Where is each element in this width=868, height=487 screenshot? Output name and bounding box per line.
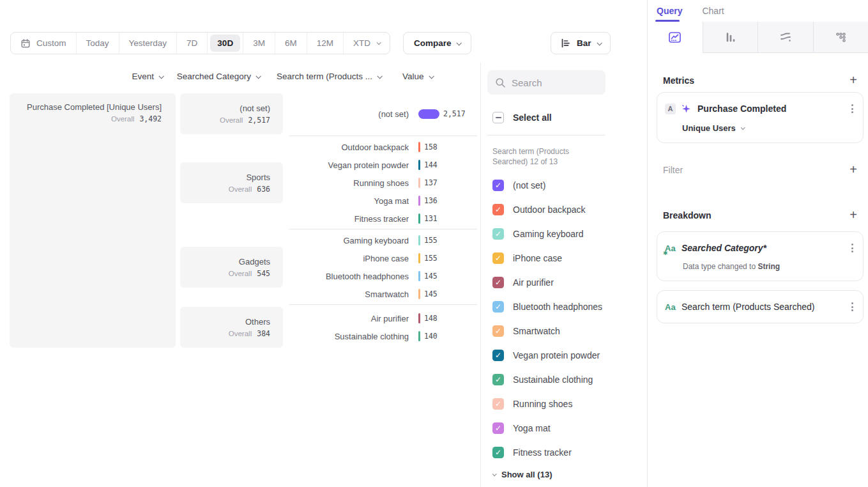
chevron-down-icon bbox=[597, 40, 602, 45]
select-all-checkbox[interactable] bbox=[492, 112, 504, 123]
tab-funnels[interactable] bbox=[703, 22, 758, 53]
date-range-yesterday[interactable]: Yesterday bbox=[119, 33, 177, 54]
legend-item[interactable]: ✓iPhone case bbox=[492, 252, 647, 264]
legend-item[interactable]: ✓Sustainable clothing bbox=[492, 374, 647, 385]
breakdown-card-searched-category[interactable]: Aa✱ Searched Category* Data type changed… bbox=[657, 231, 864, 281]
category-overall: Overall545 bbox=[180, 269, 270, 278]
add-breakdown-button[interactable]: + bbox=[849, 210, 857, 220]
metric-name: Purchase Completed bbox=[697, 104, 786, 114]
legend-item[interactable]: ✓Bluetooth headphones bbox=[492, 301, 647, 313]
category-name: (not set) bbox=[180, 103, 270, 114]
metric-card[interactable]: A Purchase Completed Unique Users bbox=[657, 92, 864, 143]
legend-item-label: iPhone case bbox=[513, 253, 562, 263]
legend-item[interactable]: ✓Yoga mat bbox=[492, 422, 647, 434]
date-range-label: 12M bbox=[317, 38, 333, 48]
date-range-7d[interactable]: 7D bbox=[176, 33, 207, 54]
date-range-label: Yesterday bbox=[129, 38, 167, 48]
legend-checkbox[interactable]: ✓ bbox=[492, 180, 504, 191]
tab-flows[interactable] bbox=[758, 22, 813, 53]
add-filter-button[interactable]: + bbox=[849, 164, 857, 175]
date-range-custom[interactable]: Custom bbox=[11, 33, 76, 54]
compare-button[interactable]: Compare bbox=[403, 32, 472, 54]
chevron-down-icon bbox=[740, 125, 745, 130]
select-all-row[interactable]: Select all bbox=[492, 112, 647, 123]
group-divider bbox=[289, 135, 477, 136]
legend-checkbox[interactable]: ✓ bbox=[492, 301, 504, 313]
legend-checkbox[interactable]: ✓ bbox=[492, 447, 504, 458]
date-range-6m[interactable]: 6M bbox=[275, 33, 307, 54]
category-overall-value: 384 bbox=[257, 329, 270, 338]
term-row: iPhone case155 bbox=[283, 249, 438, 267]
measure-dropdown[interactable]: Unique Users bbox=[682, 123, 855, 133]
term-row: (not set)2,517 bbox=[283, 105, 466, 123]
legend-checkbox[interactable]: ✓ bbox=[492, 350, 504, 361]
legend-item[interactable]: ✓Outdoor backpack bbox=[492, 204, 647, 215]
legend-item[interactable]: ✓Gaming keyboard bbox=[492, 228, 647, 240]
legend-checkbox[interactable]: ✓ bbox=[492, 204, 504, 215]
term-value: 158 bbox=[424, 143, 438, 151]
group-divider bbox=[289, 304, 477, 305]
legend-filter-panel: Select all Search term (Products Searche… bbox=[480, 63, 647, 487]
date-range-label: 7D bbox=[187, 38, 197, 48]
show-all-toggle[interactable]: Show all (13) bbox=[492, 470, 647, 479]
breakdown-menu-button[interactable] bbox=[849, 242, 855, 254]
legend-item[interactable]: ✓Running shoes bbox=[492, 398, 647, 410]
date-range-3m[interactable]: 3M bbox=[243, 33, 275, 54]
value-bar bbox=[418, 213, 420, 224]
header-value[interactable]: Value bbox=[402, 72, 433, 81]
legend-checkbox[interactable]: ✓ bbox=[492, 252, 504, 264]
breakdown-card-search-term[interactable]: Aa Search term (Products Searched) bbox=[657, 290, 864, 323]
legend-checkbox[interactable]: ✓ bbox=[492, 325, 504, 337]
legend-item-label: Yoga mat bbox=[513, 423, 551, 433]
legend-item-label: Running shoes bbox=[513, 399, 572, 409]
date-range-today[interactable]: Today bbox=[76, 33, 119, 54]
legend-checkbox[interactable]: ✓ bbox=[492, 374, 504, 385]
term-row: Sustainable clothing140 bbox=[283, 327, 438, 345]
header-searched-category[interactable]: Searched Category bbox=[180, 72, 283, 81]
legend-item[interactable]: ✓Fitness tracker bbox=[492, 447, 647, 458]
header-search-term[interactable]: Search term (Products ... bbox=[283, 72, 409, 81]
group-divider bbox=[289, 229, 477, 229]
term-value: 155 bbox=[424, 236, 438, 245]
legend-item[interactable]: ✓Air purifier bbox=[492, 277, 647, 288]
event-sparkle-icon bbox=[681, 104, 691, 114]
legend-item-label: Sustainable clothing bbox=[513, 375, 593, 385]
string-property-icon: Aa bbox=[665, 302, 676, 312]
date-range-12m[interactable]: 12M bbox=[307, 33, 343, 54]
chevron-down-icon bbox=[158, 73, 164, 79]
legend-item[interactable]: ✓(not set) bbox=[492, 180, 647, 191]
value-bar bbox=[418, 313, 420, 323]
chart-type-button[interactable]: Bar bbox=[551, 32, 611, 54]
date-range-30d[interactable]: 30D bbox=[207, 33, 243, 54]
data-type-note: Data type changed to String bbox=[683, 262, 855, 271]
category-name: Sports bbox=[180, 172, 270, 183]
term-row: Gaming keyboard155 bbox=[283, 231, 438, 249]
funnels-icon bbox=[724, 31, 737, 44]
legend-checkbox[interactable]: ✓ bbox=[492, 277, 504, 288]
header-event[interactable]: Event bbox=[10, 72, 176, 81]
legend-checkbox[interactable]: ✓ bbox=[492, 422, 504, 434]
search-input[interactable] bbox=[512, 77, 598, 88]
legend-item-label: (not set) bbox=[513, 180, 545, 190]
tab-chart[interactable]: Chart bbox=[702, 6, 724, 22]
breakdown-menu-button[interactable] bbox=[849, 300, 855, 313]
legend-item[interactable]: ✓Smartwatch bbox=[492, 325, 647, 337]
legend-checkbox[interactable]: ✓ bbox=[492, 228, 504, 240]
add-metric-button[interactable]: + bbox=[849, 75, 857, 86]
legend-search-box[interactable] bbox=[487, 70, 605, 95]
tab-query[interactable]: Query bbox=[657, 6, 682, 22]
term-label: Air purifier bbox=[283, 314, 409, 323]
date-range-xtd[interactable]: XTD bbox=[343, 33, 390, 54]
legend-checkbox[interactable]: ✓ bbox=[492, 398, 504, 410]
term-label: Fitness tracker bbox=[283, 214, 409, 224]
event-overall-value: 3,492 bbox=[139, 114, 162, 123]
toolbar: CustomTodayYesterday7D30D3M6M12MXTD Comp… bbox=[10, 32, 471, 54]
tab-retention[interactable] bbox=[813, 22, 868, 53]
chevron-down-icon bbox=[457, 40, 462, 45]
breakdown-name: Search term (Products Searched) bbox=[681, 302, 815, 312]
legend-item[interactable]: ✓Vegan protein powder bbox=[492, 350, 647, 361]
sidebar-tabs: Query Chart bbox=[648, 0, 868, 22]
tab-insights[interactable] bbox=[648, 22, 703, 53]
legend-item-label: Smartwatch bbox=[513, 326, 560, 336]
metric-menu-button[interactable] bbox=[849, 102, 855, 115]
